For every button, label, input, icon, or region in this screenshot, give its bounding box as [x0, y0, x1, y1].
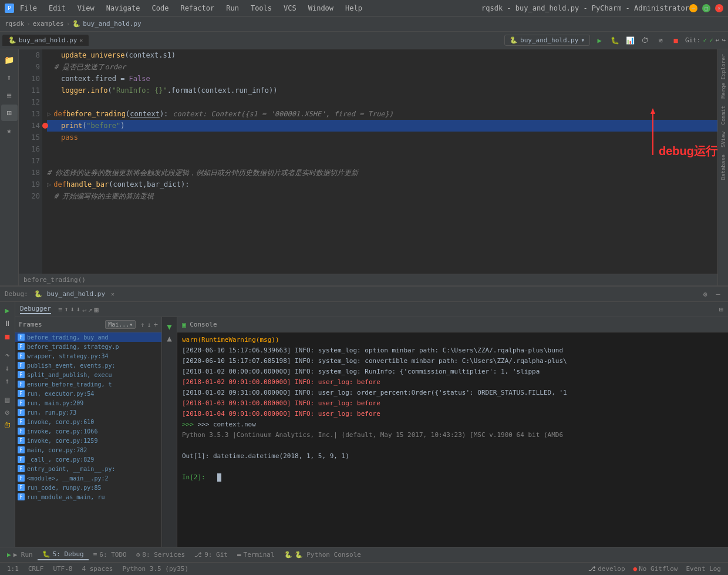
down-arrow-icon[interactable]: ▼ [167, 322, 171, 331]
frame-item-13[interactable]: F _call_, core.py:829 [15, 455, 161, 464]
git-icon1[interactable]: ↩ [716, 36, 720, 44]
frame-item-17[interactable]: F run_module_as_main, ru [15, 492, 161, 502]
restore-icon[interactable]: ↵ [82, 305, 86, 314]
menu-view[interactable]: View [75, 3, 97, 14]
frames-dropdown[interactable]: Mai...▾ [105, 320, 136, 329]
stop-debug-button[interactable]: ■ [2, 330, 14, 342]
frame-item-1[interactable]: F before_trading, strategy.p [15, 342, 161, 351]
menu-tools[interactable]: Tools [248, 3, 274, 14]
frame-item-12[interactable]: F main, core.py:782 [15, 445, 161, 455]
z-favorites-icon[interactable]: ★ [1, 122, 18, 139]
up-arrow-icon[interactable]: ▲ [167, 334, 171, 343]
up-icon[interactable]: ⬆ [64, 305, 68, 314]
merge-explorer-tab[interactable]: Merge Explorer [719, 52, 727, 101]
mute-breakpoints[interactable]: ⊘ [2, 406, 14, 418]
frame-item-8[interactable]: F run, run.py:73 [15, 408, 161, 417]
close-button[interactable]: × [715, 4, 723, 12]
debug-tab-close[interactable]: ✕ [111, 291, 114, 297]
minimize-button[interactable]: — [689, 4, 697, 12]
frame-item-10[interactable]: F invoke, core.py:1066 [15, 426, 161, 436]
project-icon[interactable]: 📁 [1, 52, 18, 68]
editor-tab-active[interactable]: 🐍 buy_and_hold.py ✕ [2, 35, 89, 46]
concurrency-button[interactable]: ≋ [655, 35, 666, 46]
resume-button[interactable]: ▶ [2, 304, 14, 316]
frame-item-2[interactable]: F wrapper, strategy.py:34 [15, 351, 161, 361]
debug-button[interactable]: 🐛 [609, 35, 621, 46]
frames-icon[interactable]: ≡ [58, 305, 62, 314]
terminal-tab[interactable]: ▬ Terminal [232, 550, 279, 560]
menu-refactor[interactable]: Refactor [178, 3, 217, 14]
event-log[interactable]: Event Log [682, 565, 724, 573]
sview-tab[interactable]: SView [719, 129, 727, 150]
encoding[interactable]: UTF-8 [49, 565, 76, 573]
step-out-button[interactable]: ↑ [2, 375, 14, 386]
gitflow-status[interactable]: ● No Gitflow [630, 565, 682, 573]
go-icon[interactable]: ↗ [88, 305, 92, 314]
down-icon[interactable]: ⬇ [70, 305, 74, 314]
editor-content[interactable]: 8 9 10 11 12 13 14 15 16 17 18 19 [19, 49, 717, 274]
position-indicator[interactable]: 1:1 [4, 565, 22, 573]
grid-icon[interactable]: ▦ [94, 305, 98, 314]
menu-run[interactable]: Run [224, 3, 241, 14]
tab-close-icon[interactable]: ✕ [79, 37, 83, 43]
breadcrumb-examples[interactable]: examples [33, 20, 64, 28]
frame-item-0[interactable]: F before_trading, buy_and [15, 332, 161, 342]
sview-icon[interactable]: ≡ [1, 87, 18, 103]
frame-item-5[interactable]: F ensure_before_trading, t [15, 379, 161, 389]
frames-down[interactable]: ↓ [147, 321, 151, 329]
run-configuration[interactable]: 🐍 buy_and_hold.py ▾ [504, 35, 590, 46]
frame-item-7[interactable]: F run, main.py:209 [15, 398, 161, 408]
menu-vcs[interactable]: VCS [281, 3, 299, 14]
collapse-icon[interactable]: — [713, 289, 723, 300]
frame-item-16[interactable]: F run_code, runpy.py:85 [15, 483, 161, 492]
menu-file[interactable]: File [18, 3, 39, 14]
settings-icon[interactable]: ⚙ [700, 289, 710, 300]
python-console-tab[interactable]: 🐍 🐍 Python Console [279, 550, 366, 560]
frame-item-14[interactable]: F entry_point, __main__.py: [15, 464, 161, 473]
debug-tab[interactable]: 🐛 5: Debug [38, 549, 89, 560]
python-version[interactable]: Python 3.5 (py35) [119, 565, 192, 573]
menu-edit[interactable]: Edit [46, 3, 68, 14]
timer-icon[interactable]: ⏱ [2, 419, 14, 431]
frame-item-4[interactable]: F split_and_publish, execu [15, 370, 161, 379]
step-down-icon[interactable]: ⬇ [76, 305, 80, 314]
git-branch[interactable]: ⎇ develop [585, 565, 628, 573]
breadcrumb-rqsdk[interactable]: rqsdk [5, 20, 24, 28]
step-into-button[interactable]: ↓ [2, 362, 14, 374]
menu-help[interactable]: Help [343, 3, 365, 14]
frame-item-15[interactable]: F <module>, __main__.py:2 [15, 473, 161, 483]
database-tab[interactable]: Database [719, 152, 727, 182]
run-button[interactable]: ▶ [594, 35, 605, 46]
frame-item-3[interactable]: F publish_event, events.py: [15, 361, 161, 370]
evaluate-button[interactable]: ▤ [2, 394, 14, 405]
menu-code[interactable]: Code [150, 3, 171, 14]
menu-navigate[interactable]: Navigate [104, 3, 143, 14]
frames-up[interactable]: ↑ [140, 321, 144, 329]
console-output[interactable]: warn(RuntimeWarning(msg)) [2020-06-10 15… [177, 332, 728, 547]
commit-icon[interactable]: ⬆ [1, 69, 18, 86]
run-tab[interactable]: ▶ ▶ Run [2, 550, 38, 560]
input-line[interactable]: In[2]: [182, 472, 723, 483]
git-icon2[interactable]: ↪ [722, 36, 726, 44]
breadcrumb-file[interactable]: 🐍 [72, 20, 80, 28]
profile-button[interactable]: ⏱ [639, 35, 651, 46]
frames-add[interactable]: + [154, 321, 158, 329]
commit-tab[interactable]: Commit [719, 103, 727, 127]
git-tab[interactable]: ⎇ 9: Git [190, 550, 232, 560]
z-structure-icon[interactable]: ⊞ [1, 105, 18, 121]
run-with-coverage-button[interactable]: 📊 [624, 35, 636, 46]
debug-tab-name[interactable]: buy_and_hold.py [47, 290, 105, 298]
stop-button[interactable]: ■ [670, 35, 682, 46]
todo-tab[interactable]: ≡ 6: TODO [89, 550, 132, 560]
frame-item-6[interactable]: F run, executor.py:54 [15, 389, 161, 398]
frame-item-11[interactable]: F invoke, core.py:1259 [15, 436, 161, 445]
menu-window[interactable]: Window [306, 3, 336, 14]
services-tab[interactable]: ⚙ 8: Services [132, 550, 190, 560]
maximize-button[interactable]: □ [702, 4, 710, 12]
thread-icon[interactable]: ⊞ [719, 305, 723, 314]
step-over-button[interactable]: ↷ [2, 349, 14, 361]
line-ending[interactable]: CRLF [25, 565, 48, 573]
frame-item-9[interactable]: F invoke, core.py:610 [15, 417, 161, 426]
pause-button[interactable]: ⏸ [2, 317, 14, 329]
debugger-tab[interactable]: Debugger [20, 305, 51, 314]
